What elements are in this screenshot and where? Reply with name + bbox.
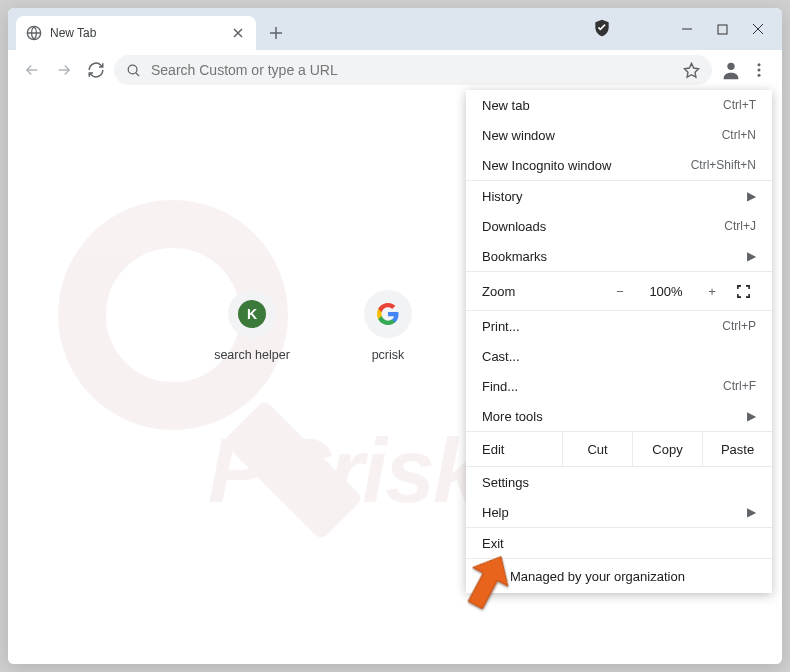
omnibox[interactable] (114, 55, 712, 85)
zoom-value: 100% (644, 284, 688, 299)
reload-button[interactable] (82, 56, 110, 84)
tab-title: New Tab (50, 26, 222, 40)
profile-icon[interactable] (720, 59, 742, 81)
svg-point-6 (758, 74, 761, 77)
close-icon[interactable] (230, 25, 246, 41)
maximize-button[interactable] (717, 24, 728, 35)
google-icon (364, 290, 412, 338)
back-button[interactable] (18, 56, 46, 84)
menu-bookmarks[interactable]: Bookmarks▶ (466, 241, 772, 271)
menu-new-tab[interactable]: New tabCtrl+T (466, 90, 772, 120)
menu-print[interactable]: Print...Ctrl+P (466, 311, 772, 341)
zoom-in-button[interactable]: + (702, 284, 722, 299)
minimize-button[interactable] (681, 23, 693, 35)
edit-cut[interactable]: Cut (562, 432, 632, 466)
shortcut-label: search helper (214, 348, 290, 362)
search-icon (126, 63, 141, 78)
bookmark-star-icon[interactable] (683, 62, 700, 79)
fullscreen-icon[interactable] (736, 284, 756, 299)
menu-zoom: Zoom − 100% + (466, 272, 772, 310)
tab[interactable]: New Tab (16, 16, 256, 50)
menu-help[interactable]: Help▶ (466, 497, 772, 527)
toolbar (8, 50, 782, 90)
chevron-right-icon: ▶ (747, 249, 756, 263)
new-tab-button[interactable] (262, 19, 290, 47)
chevron-right-icon: ▶ (747, 409, 756, 423)
svg-point-5 (758, 69, 761, 72)
edit-paste[interactable]: Paste (702, 432, 772, 466)
menu-cast[interactable]: Cast... (466, 341, 772, 371)
window-controls (681, 8, 782, 50)
menu-button[interactable] (750, 61, 768, 79)
zoom-out-button[interactable]: − (610, 284, 630, 299)
close-button[interactable] (752, 23, 764, 35)
menu-new-incognito[interactable]: New Incognito windowCtrl+Shift+N (466, 150, 772, 180)
menu-more-tools[interactable]: More tools▶ (466, 401, 772, 431)
address-input[interactable] (151, 62, 673, 78)
globe-icon (26, 25, 42, 41)
shortcuts-row: K search helper pcrisk (208, 290, 432, 362)
svg-point-3 (727, 63, 734, 70)
menu-downloads[interactable]: DownloadsCtrl+J (466, 211, 772, 241)
shield-icon[interactable] (592, 18, 612, 38)
svg-point-2 (128, 65, 137, 74)
menu-edit: Edit Cut Copy Paste (466, 432, 772, 466)
menu-new-window[interactable]: New windowCtrl+N (466, 120, 772, 150)
shortcut-search-helper[interactable]: K search helper (208, 290, 296, 362)
browser-window: New Tab (8, 8, 782, 664)
chevron-right-icon: ▶ (747, 189, 756, 203)
chevron-right-icon: ▶ (747, 505, 756, 519)
menu-settings[interactable]: Settings (466, 467, 772, 497)
shortcut-label: pcrisk (372, 348, 405, 362)
forward-button[interactable] (50, 56, 78, 84)
menu-history[interactable]: History▶ (466, 181, 772, 211)
arrow-pointer-icon (452, 548, 522, 618)
edit-copy[interactable]: Copy (632, 432, 702, 466)
svg-rect-1 (718, 25, 727, 34)
menu-find[interactable]: Find...Ctrl+F (466, 371, 772, 401)
main-menu: New tabCtrl+T New windowCtrl+N New Incog… (466, 90, 772, 593)
toolbar-right (716, 59, 772, 81)
tab-strip: New Tab (8, 8, 782, 50)
svg-point-4 (758, 63, 761, 66)
shortcut-pcrisk[interactable]: pcrisk (344, 290, 432, 362)
